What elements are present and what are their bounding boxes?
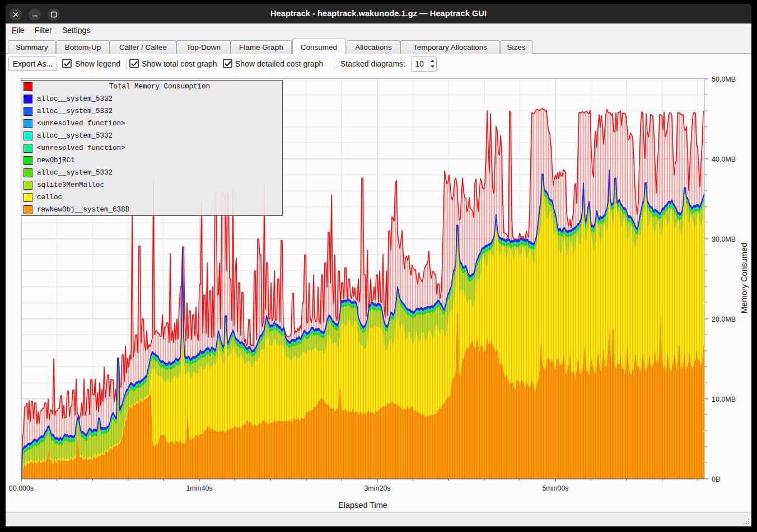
svg-text:30,0MB: 30,0MB (712, 236, 736, 243)
svg-text:Elapsed Time: Elapsed Time (338, 501, 387, 510)
svg-text:20,0MB: 20,0MB (712, 316, 736, 323)
svg-text:3min20s: 3min20s (364, 484, 390, 492)
svg-text:1min40s: 1min40s (186, 484, 212, 492)
svg-text:0B: 0B (712, 475, 720, 483)
svg-text:10,0MB: 10,0MB (712, 396, 736, 403)
svg-text:5min00s: 5min00s (542, 484, 568, 492)
svg-text:00.000s: 00.000s (9, 484, 34, 492)
svg-text:Memory Consumed: Memory Consumed (740, 243, 749, 314)
svg-text:50,0MB: 50,0MB (712, 76, 736, 83)
svg-text:40,0MB: 40,0MB (712, 156, 736, 163)
